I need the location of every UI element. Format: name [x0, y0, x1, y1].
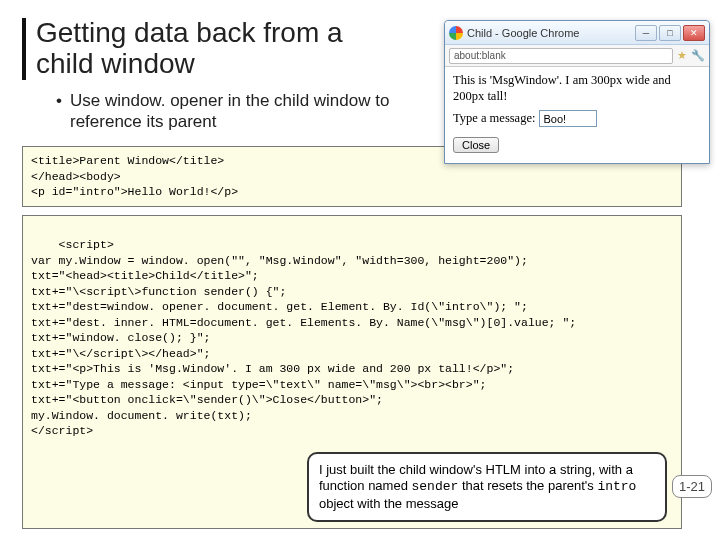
child-body-text: This is 'MsgWindow'. I am 300px wide and…: [453, 73, 701, 104]
chrome-icon: [449, 26, 463, 40]
child-window-title: Child - Google Chrome: [467, 27, 635, 39]
child-prompt-label: Type a message:: [453, 111, 535, 126]
bullet-item: Use window. opener in the child window t…: [56, 90, 406, 133]
url-field[interactable]: about:blank: [449, 48, 673, 64]
callout-text-3: object with the message: [319, 496, 458, 511]
callout-box: I just built the child window's HTLM int…: [307, 452, 667, 522]
child-window: Child - Google Chrome ─ □ ✕ about:blank …: [444, 20, 710, 164]
code-text-2: <script> var my.Window = window. open(""…: [31, 238, 576, 437]
callout-text-2: that resets the parent's: [458, 478, 597, 493]
maximize-button[interactable]: □: [659, 25, 681, 41]
page-number: 1-21: [672, 475, 712, 498]
url-text: about:blank: [454, 50, 506, 61]
bookmark-icon[interactable]: ★: [677, 49, 687, 62]
window-close-button[interactable]: ✕: [683, 25, 705, 41]
minimize-button[interactable]: ─: [635, 25, 657, 41]
slide-title: Getting data back from a child window: [36, 18, 396, 80]
callout-obj: intro: [597, 479, 636, 494]
close-button[interactable]: Close: [453, 137, 499, 153]
bullet-list: Use window. opener in the child window t…: [56, 90, 406, 133]
wrench-icon[interactable]: 🔧: [691, 49, 705, 62]
callout-fn: sender: [412, 479, 459, 494]
child-window-titlebar: Child - Google Chrome ─ □ ✕: [445, 21, 709, 45]
child-window-addressbar: about:blank ★ 🔧: [445, 45, 709, 67]
code-block-2: <script> var my.Window = window. open(""…: [22, 215, 682, 529]
child-window-body: This is 'MsgWindow'. I am 300px wide and…: [445, 67, 709, 163]
message-input[interactable]: [539, 110, 597, 127]
